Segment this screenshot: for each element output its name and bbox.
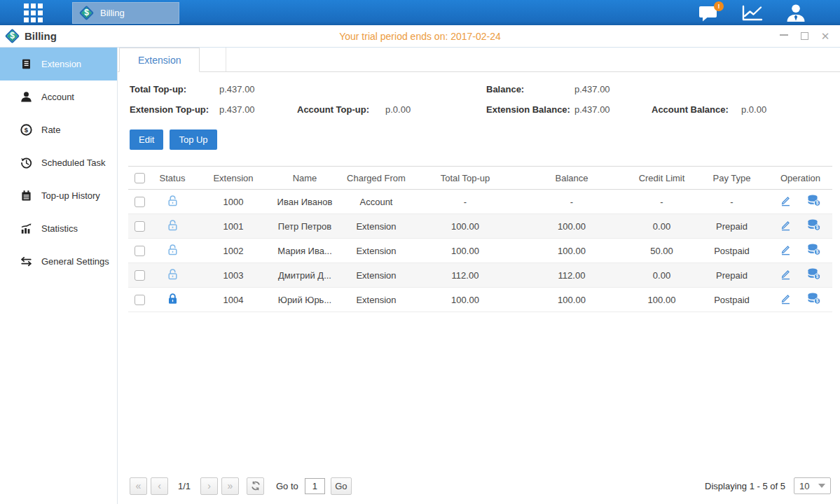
cell-pay-type: Postpaid xyxy=(695,239,769,263)
sidebar-item-extension[interactable]: Extension xyxy=(0,48,117,80)
extension-balance-value: p.437.00 xyxy=(574,104,652,115)
ledger-icon xyxy=(20,58,32,70)
sidebar: Extension Account $ Rate Scheduled Task xyxy=(0,48,118,504)
first-page-button[interactable]: « xyxy=(130,477,147,495)
edit-button[interactable]: Edit xyxy=(130,130,163,150)
header-operation: Operation xyxy=(769,167,832,190)
table-header-row: Status Extension Name Charged From Total… xyxy=(128,167,832,190)
cell-name: Юрий Юрь... xyxy=(273,288,337,312)
table-row: 1004 Юрий Юрь... Extension 100.00 100.00… xyxy=(128,288,832,312)
lock-status-icon[interactable] xyxy=(167,244,178,258)
cell-name: Мария Ива... xyxy=(273,239,337,263)
lock-status-icon[interactable] xyxy=(167,219,178,233)
edit-icon[interactable] xyxy=(780,293,792,307)
edit-icon[interactable] xyxy=(780,219,792,233)
minimize-icon[interactable] xyxy=(780,34,788,44)
page-size-select[interactable]: 10 xyxy=(794,477,831,494)
lock-status-icon[interactable] xyxy=(167,293,178,307)
extension-table: Status Extension Name Charged From Total… xyxy=(128,166,832,312)
cell-extension: 1001 xyxy=(194,214,273,239)
user-icon[interactable] xyxy=(785,4,806,22)
total-topup-value: p.437.00 xyxy=(219,84,297,94)
cell-credit-limit: 100.00 xyxy=(628,288,695,312)
top-up-button[interactable]: Top Up xyxy=(170,130,216,150)
cell-charged-from: Extension xyxy=(337,214,415,239)
cell-pay-type: - xyxy=(695,190,769,214)
cell-balance: 100.00 xyxy=(515,214,628,239)
tab-extension[interactable]: Extension xyxy=(119,48,200,72)
pagination-bar: « ‹ 1/1 › » Go to Go Displaying 1 - 5 of… xyxy=(118,473,840,504)
row-checkbox[interactable] xyxy=(135,246,145,256)
sidebar-item-account[interactable]: Account xyxy=(0,80,117,113)
sidebar-item-scheduled-task[interactable]: Scheduled Task xyxy=(0,146,117,179)
next-page-button[interactable]: › xyxy=(200,477,218,495)
window-titlebar: $ Billing Your trial period ends on: 201… xyxy=(0,25,840,48)
svg-text:$: $ xyxy=(816,249,819,255)
header-extension: Extension xyxy=(194,167,273,190)
cell-credit-limit: 0.00 xyxy=(628,263,695,288)
cell-charged-from: Account xyxy=(337,190,415,214)
sliders-icon xyxy=(20,255,32,267)
goto-page-input[interactable] xyxy=(305,478,325,494)
last-page-button[interactable]: » xyxy=(221,477,239,495)
account-topup-label: Account Top-up: xyxy=(297,104,385,115)
chart-icon[interactable] xyxy=(741,4,763,22)
header-total-topup: Total Top-up xyxy=(415,167,515,190)
cell-extension: 1000 xyxy=(194,190,273,214)
prev-page-button[interactable]: ‹ xyxy=(151,477,168,495)
select-all-checkbox[interactable] xyxy=(135,173,145,183)
cell-total-topup: 100.00 xyxy=(415,288,515,312)
go-button[interactable]: Go xyxy=(331,477,352,495)
row-checkbox[interactable] xyxy=(135,221,145,232)
cell-extension: 1004 xyxy=(194,288,273,312)
topup-coins-icon[interactable]: $ xyxy=(807,293,821,307)
edit-icon[interactable] xyxy=(780,195,792,209)
cell-charged-from: Extension xyxy=(337,263,415,288)
topup-coins-icon[interactable]: $ xyxy=(807,244,821,258)
table-row: 1002 Мария Ива... Extension 100.00 100.0… xyxy=(128,239,832,263)
taskbar-billing-tab[interactable]: $ Billing xyxy=(72,2,179,24)
maximize-icon[interactable] xyxy=(799,31,809,41)
cell-balance: 100.00 xyxy=(515,288,628,312)
cell-credit-limit: 0.00 xyxy=(628,214,695,239)
cell-credit-limit: 50.00 xyxy=(628,239,695,263)
svg-text:$: $ xyxy=(25,126,29,134)
cell-pay-type: Postpaid xyxy=(695,288,769,312)
cell-balance: - xyxy=(515,190,628,214)
row-checkbox[interactable] xyxy=(135,197,145,207)
row-checkbox[interactable] xyxy=(135,270,145,281)
cell-pay-type: Prepaid xyxy=(695,263,769,288)
sidebar-item-general-settings[interactable]: General Settings xyxy=(0,245,117,278)
app-grid-icon[interactable] xyxy=(24,4,43,22)
dollar-circle-icon: $ xyxy=(20,124,32,136)
close-icon[interactable]: ✕ xyxy=(820,31,830,41)
trial-notice: Your trial period ends on: 2017-02-24 xyxy=(0,31,840,42)
topup-coins-icon[interactable]: $ xyxy=(807,268,821,282)
refresh-icon[interactable] xyxy=(247,477,264,495)
header-pay-type: Pay Type xyxy=(695,167,769,190)
topup-coins-icon[interactable]: $ xyxy=(807,195,821,209)
cell-charged-from: Extension xyxy=(337,288,415,312)
sidebar-label: Extension xyxy=(41,59,81,69)
displaying-text: Displaying 1 - 5 of 5 xyxy=(705,481,785,491)
sidebar-label: Statistics xyxy=(41,223,78,234)
bar-chart-icon xyxy=(20,223,32,234)
edit-icon[interactable] xyxy=(780,268,792,282)
lock-status-icon[interactable] xyxy=(167,195,178,209)
cell-pay-type: Prepaid xyxy=(695,214,769,239)
cell-total-topup: - xyxy=(415,190,515,214)
cell-charged-from: Extension xyxy=(337,239,415,263)
edit-icon[interactable] xyxy=(780,244,792,258)
cell-total-topup: 100.00 xyxy=(415,239,515,263)
extension-topup-label: Extension Top-up: xyxy=(130,104,219,115)
sidebar-item-topup-history[interactable]: Top-up History xyxy=(0,179,117,212)
row-checkbox[interactable] xyxy=(135,295,145,305)
svg-text:$: $ xyxy=(816,298,819,304)
topup-coins-icon[interactable]: $ xyxy=(807,219,821,233)
chat-icon[interactable]: ! xyxy=(698,4,719,22)
page-size-value: 10 xyxy=(799,481,809,491)
sidebar-item-statistics[interactable]: Statistics xyxy=(0,212,117,245)
tab-strip: Extension xyxy=(118,48,840,72)
sidebar-item-rate[interactable]: $ Rate xyxy=(0,113,117,146)
lock-status-icon[interactable] xyxy=(167,268,178,282)
